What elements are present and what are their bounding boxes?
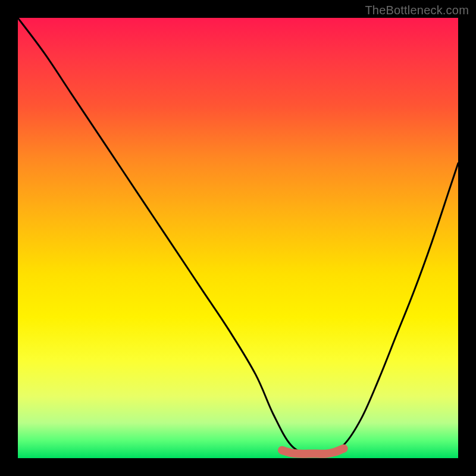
bottleneck-curve bbox=[18, 18, 458, 455]
optimal-band bbox=[282, 449, 344, 454]
watermark-text: TheBottleneck.com bbox=[365, 4, 469, 17]
plot-area bbox=[18, 18, 458, 458]
curve-layer bbox=[18, 18, 458, 458]
chart-frame: TheBottleneck.com bbox=[0, 0, 476, 476]
